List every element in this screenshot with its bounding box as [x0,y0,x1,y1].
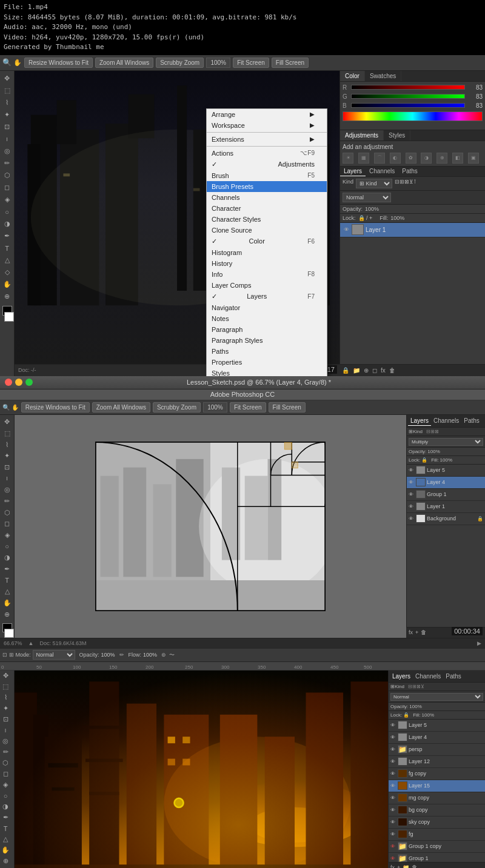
s3-eye-12[interactable]: 👁 [390,759,396,764]
s3-eye-fg[interactable]: 👁 [390,832,396,837]
minimize-btn[interactable] [15,379,22,386]
paths-tab-3[interactable]: Paths [443,672,464,681]
fx-effects[interactable]: fx [381,367,386,374]
eye-bg[interactable]: 👁 [409,516,415,522]
blend-mode-3[interactable]: Normal [390,693,483,701]
fx-mask[interactable]: ◻ [372,367,377,374]
zoom-tool-3[interactable] [0,856,11,867]
menu-paths[interactable]: Paths [207,346,327,357]
fill-tool-2[interactable] [2,530,13,540]
fx-new-group[interactable]: 📁 [353,367,360,374]
menu-layer-comps[interactable]: Layer Comps [207,280,327,291]
text-tool[interactable] [2,243,13,254]
color-tab[interactable]: Color [340,71,365,81]
menu-navigator[interactable]: Navigator [207,302,327,313]
crop-tool-3[interactable] [0,714,11,725]
s3-group1-copy[interactable]: 👁 📁 Group 1 copy [389,841,485,853]
clone-tool-2[interactable] [2,508,13,518]
clone-tool-3[interactable] [0,758,11,769]
resize-windows-btn[interactable]: Resize Windows to Fit [24,58,93,68]
color-spectrum-bar[interactable] [343,111,483,121]
hand-tool-3[interactable] [0,845,11,856]
eye-g1[interactable]: 👁 [409,492,415,497]
s3-eye-bgc[interactable]: 👁 [390,807,396,813]
menu-color[interactable]: ✓ Color F6 [207,236,327,247]
eraser-tool-3[interactable] [0,769,11,780]
pen-tool-3[interactable] [0,812,11,823]
s3-layer-4[interactable]: 👁 Layer 4 [389,732,485,744]
heal-tool-2[interactable] [2,485,13,495]
channels-tab-3[interactable]: Channels [413,672,443,681]
scrubby-zoom-btn[interactable]: Scrubby Zoom [156,58,204,68]
menu-paragraph[interactable]: Paragraph [207,324,327,335]
background-item[interactable]: 👁 Background 🔒 [407,513,485,525]
eraser-tool[interactable] [2,182,13,193]
healing-tool[interactable] [2,146,13,157]
mode-select[interactable]: Normal [33,650,75,660]
move-tool[interactable] [2,73,13,84]
s3-mg-copy[interactable]: 👁 mg copy [389,792,485,804]
magic-wand-tool[interactable] [2,110,13,121]
s3-eye-4[interactable]: 👁 [390,735,396,740]
layers-tab[interactable]: Layers [340,167,366,176]
menu-styles[interactable]: Styles [207,368,327,376]
menu-layers[interactable]: ✓ Layers F7 [207,291,327,302]
menu-histogram[interactable]: Histogram [207,247,327,258]
eye-tool-3[interactable]: I [0,725,11,736]
fill-btn-2[interactable]: Fill Screen [269,402,306,412]
menu-character[interactable]: Character [207,203,327,214]
path-tool-2[interactable] [2,587,13,597]
s3-layer-5[interactable]: 👁 Layer 5 [389,720,485,732]
adj-color-balance[interactable]: ⊕ [436,153,447,164]
layer-eye-1[interactable]: 👁 [343,226,350,233]
styles-tab[interactable]: Styles [384,130,410,141]
brush-tool-3[interactable] [0,747,11,758]
s3-eye-15[interactable]: 👁 [390,783,396,789]
zoom-all-btn-2[interactable]: Zoom All Windows [92,402,150,412]
s3-bg-copy[interactable]: 👁 bg copy [389,804,485,817]
fx-lock-icon[interactable]: 🔒 [342,367,349,374]
adjustments-tab[interactable]: Adjustments [340,130,384,141]
adj-curves[interactable]: ⌒ [374,153,385,164]
menu-actions[interactable]: Actions ⌥F9 [207,148,327,159]
s3-eye-fgc[interactable]: 👁 [390,771,396,777]
s3-layer-12[interactable]: 👁 Layer 12 [389,756,485,768]
eye-tool-2[interactable]: I [2,474,13,484]
blur-tool[interactable] [2,207,13,217]
maximize-btn[interactable] [25,379,33,386]
layer-1-item[interactable]: 👁 Layer 1 [407,501,485,513]
fit-btn-2[interactable]: Fit Screen [230,402,266,412]
fx-adjustment[interactable]: ⊕ [364,367,369,374]
adj-exposure[interactable]: ◐ [390,153,401,164]
menu-workspace[interactable]: Workspace ▶ [207,120,327,131]
menu-brush-presets[interactable]: Brush Presets [207,181,327,192]
new-layer-2[interactable]: + [415,629,418,635]
g-slider[interactable] [351,94,465,99]
kind-select[interactable]: ⊞ Kind [356,179,392,188]
menu-arrange[interactable]: Arrange ▶ [207,109,327,120]
s3-sky-copy[interactable]: 👁 sky copy [389,817,485,829]
background-color[interactable] [4,312,14,322]
lasso-tool-3[interactable] [0,692,11,703]
eye-l1[interactable]: 👁 [409,504,415,509]
channels-tab[interactable]: Channels [366,167,398,176]
scrubby-btn-2[interactable]: Scrubby Zoom [153,402,201,412]
s3-fg-copy[interactable]: 👁 fg copy [389,768,485,780]
fill-screen-btn[interactable]: Fill Screen [272,58,309,68]
menu-channels[interactable]: Channels [207,192,327,203]
eye-4[interactable]: 👁 [409,480,415,485]
adj-photo-filter[interactable]: ▣ [468,153,479,164]
adj-vibrance[interactable]: ✿ [406,153,416,164]
shape-tool[interactable] [2,267,13,278]
menu-clone-source[interactable]: Clone Source [207,225,327,236]
marquee-tool-3[interactable] [0,681,11,692]
menu-info[interactable]: Info F8 [207,269,327,280]
s3-layer-15[interactable]: 👁 Layer 15 [389,780,485,792]
heal-tool-3[interactable] [0,736,11,747]
s3-eye-g1c[interactable]: 👁 [390,844,396,849]
marquee-tool-2[interactable] [2,428,13,439]
menu-brush[interactable]: Brush F5 [207,170,327,181]
layers-tab-2[interactable]: Layers [408,416,431,426]
text-tool-3[interactable] [0,823,11,834]
clone-tool[interactable] [2,170,13,181]
